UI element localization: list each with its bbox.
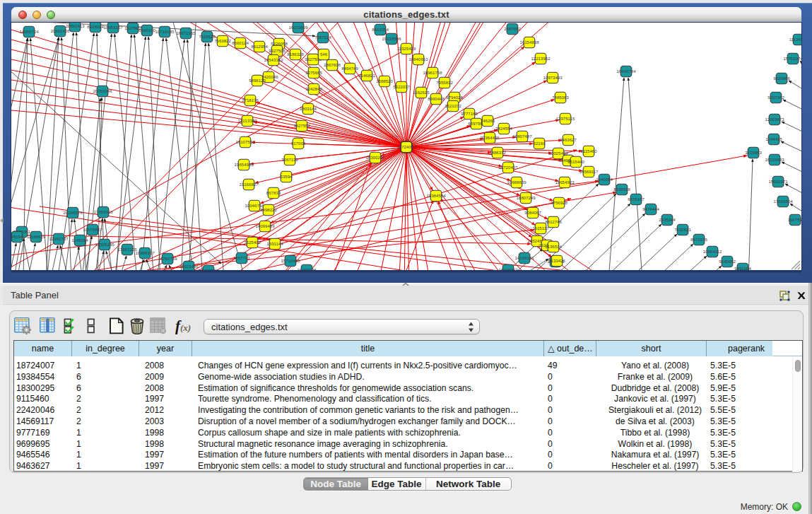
svg-text:18640910: 18640910 xyxy=(408,57,428,62)
svg-text:9227342: 9227342 xyxy=(767,95,784,100)
svg-text:16154838: 16154838 xyxy=(519,40,539,45)
svg-text:10973493: 10973493 xyxy=(543,75,563,80)
svg-text:9327506: 9327506 xyxy=(269,48,286,53)
svg-text:20206576: 20206576 xyxy=(63,210,83,215)
svg-text:12213389: 12213389 xyxy=(237,118,257,123)
svg-text:17359928: 17359928 xyxy=(93,209,113,214)
svg-text:11124948: 11124948 xyxy=(789,37,801,42)
svg-text:1640954: 1640954 xyxy=(596,177,613,182)
svg-text:3824554: 3824554 xyxy=(495,126,512,131)
svg-text:1615137: 1615137 xyxy=(532,226,549,230)
svg-text:16671365: 16671365 xyxy=(176,30,196,35)
svg-text:20053346: 20053346 xyxy=(93,88,112,93)
svg-text:10653267: 10653267 xyxy=(103,25,123,30)
svg-text:7632621: 7632621 xyxy=(674,227,691,232)
svg-text:1244415: 1244415 xyxy=(765,136,782,141)
svg-text:3375685: 3375685 xyxy=(305,70,322,75)
svg-text:9133426: 9133426 xyxy=(548,258,565,263)
svg-text:14099489: 14099489 xyxy=(255,223,275,228)
svg-text:16782759: 16782759 xyxy=(158,256,177,261)
svg-text:9891064: 9891064 xyxy=(734,266,751,270)
svg-text:19654985: 19654985 xyxy=(234,162,254,167)
svg-text:9136514: 9136514 xyxy=(545,244,562,249)
svg-text:18724007: 18724007 xyxy=(396,144,416,149)
svg-text:1621072: 1621072 xyxy=(445,103,461,108)
svg-text:9896123: 9896123 xyxy=(249,78,266,83)
svg-text:12093873: 12093873 xyxy=(765,117,784,122)
svg-text:16961758: 16961758 xyxy=(423,70,442,75)
svg-text:20692413: 20692413 xyxy=(65,23,85,28)
svg-text:9245652: 9245652 xyxy=(719,259,736,264)
svg-text:1588520: 1588520 xyxy=(376,78,393,83)
svg-text:11156829: 11156829 xyxy=(27,234,46,239)
svg-text:18807249: 18807249 xyxy=(516,195,536,200)
svg-text:2687682: 2687682 xyxy=(504,26,521,31)
svg-text:867833: 867833 xyxy=(266,190,281,195)
svg-text:9657791: 9657791 xyxy=(233,255,250,260)
svg-text:3215953: 3215953 xyxy=(745,150,762,155)
svg-text:9515440: 9515440 xyxy=(567,159,584,164)
svg-text:16107552: 16107552 xyxy=(235,139,255,144)
svg-text:8471676: 8471676 xyxy=(690,237,707,242)
svg-text:3427552: 3427552 xyxy=(293,123,310,128)
svg-text:19384554: 19384554 xyxy=(426,193,446,198)
svg-text:6879197: 6879197 xyxy=(628,197,645,201)
svg-text:8990448: 8990448 xyxy=(428,96,445,101)
svg-text:19218506: 19218506 xyxy=(382,36,401,41)
svg-text:546: 546 xyxy=(320,52,328,57)
svg-text:53594: 53594 xyxy=(281,174,293,179)
svg-text:16463972: 16463972 xyxy=(199,268,218,270)
svg-text:18300295: 18300295 xyxy=(365,155,385,160)
svg-text:8660124: 8660124 xyxy=(232,40,249,45)
svg-text:9242848: 9242848 xyxy=(305,86,322,91)
svg-text:8912954: 8912954 xyxy=(251,44,268,49)
svg-text:8324014: 8324014 xyxy=(87,24,104,29)
svg-text:10719185: 10719185 xyxy=(155,29,175,34)
svg-text:7886372: 7886372 xyxy=(489,150,506,155)
svg-text:9115460: 9115460 xyxy=(580,148,597,153)
svg-text:20364436: 20364436 xyxy=(480,135,500,140)
svg-text:9756928: 9756928 xyxy=(551,200,567,205)
svg-text:9329966: 9329966 xyxy=(773,76,790,81)
svg-text:2718176: 2718176 xyxy=(242,98,259,103)
svg-text:7515526: 7515526 xyxy=(199,34,216,39)
svg-text:7955812: 7955812 xyxy=(436,80,453,85)
svg-text:9146821: 9146821 xyxy=(358,73,375,78)
svg-text:19654923: 19654923 xyxy=(555,180,575,185)
svg-text:7357224: 7357224 xyxy=(314,35,331,40)
svg-text:6794028: 6794028 xyxy=(446,95,463,100)
svg-text:10654112: 10654112 xyxy=(703,249,722,254)
svg-text:12213962: 12213962 xyxy=(531,56,551,61)
svg-text:62160: 62160 xyxy=(534,141,546,146)
svg-text:16648784: 16648784 xyxy=(616,69,636,74)
svg-text:8812746: 8812746 xyxy=(545,219,562,224)
svg-text:7663822: 7663822 xyxy=(214,38,231,43)
svg-text:7625402: 7625402 xyxy=(244,240,261,245)
svg-text:12975115: 12975115 xyxy=(556,116,575,121)
svg-text:9777169: 9777169 xyxy=(461,111,478,116)
svg-text:1691144: 1691144 xyxy=(266,241,283,246)
svg-text:116753: 116753 xyxy=(788,217,801,222)
svg-text:14569117: 14569117 xyxy=(579,169,599,174)
svg-text:18248342: 18248342 xyxy=(498,267,518,270)
svg-text:10688609: 10688609 xyxy=(507,180,526,185)
svg-text:19166827: 19166827 xyxy=(239,182,259,187)
svg-text:10807487: 10807487 xyxy=(512,134,532,139)
svg-text:8498222: 8498222 xyxy=(260,207,277,212)
svg-text:12342737: 12342737 xyxy=(49,236,69,241)
svg-text:16543362: 16543362 xyxy=(264,57,283,62)
svg-text:15716485: 15716485 xyxy=(281,258,300,263)
svg-text:7485063: 7485063 xyxy=(552,95,569,100)
svg-text:14055724: 14055724 xyxy=(19,29,39,34)
svg-text:9474444: 9474444 xyxy=(642,206,659,211)
svg-text:5322037: 5322037 xyxy=(393,84,410,89)
svg-text:20691406: 20691406 xyxy=(50,28,70,33)
svg-text:17957225: 17957225 xyxy=(117,247,137,252)
svg-text:8454749: 8454749 xyxy=(341,66,358,71)
svg-text:10975867: 10975867 xyxy=(83,227,102,232)
svg-text:16033809: 16033809 xyxy=(288,25,308,30)
svg-text:17016504: 17016504 xyxy=(773,199,793,204)
svg-text:2867608: 2867608 xyxy=(324,62,341,67)
svg-text:15751074: 15751074 xyxy=(783,56,801,61)
svg-text:9084067: 9084067 xyxy=(524,210,541,215)
